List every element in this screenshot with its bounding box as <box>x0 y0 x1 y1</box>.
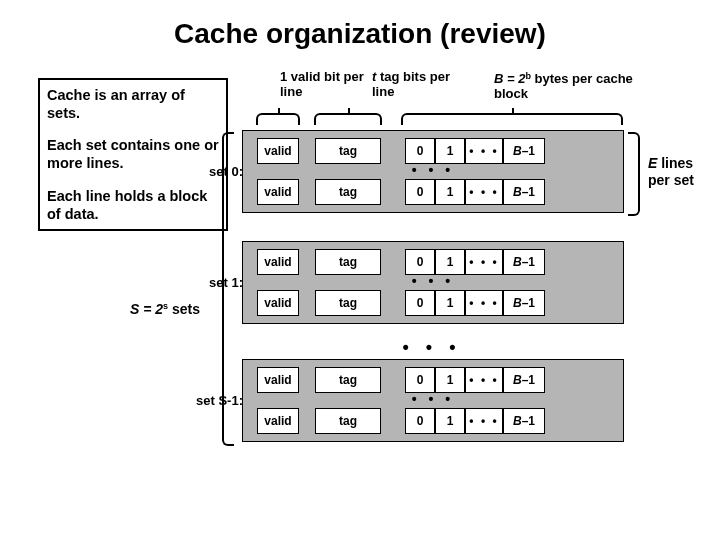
byte-ellipsis-cell: • • • <box>465 367 503 393</box>
e-lines-label: E lines per set <box>648 155 718 189</box>
byte-0-cell: 0 <box>405 290 435 316</box>
sets-area: set 0: valid tag 0 1 • • • B–1 • • • val… <box>242 130 622 470</box>
brace-block-icon <box>401 113 623 125</box>
line-ellipsis: • • • <box>243 395 623 405</box>
valid-cell: valid <box>257 290 299 316</box>
set-1-label: set 1: <box>185 276 245 289</box>
page-title: Cache organization (review) <box>0 0 720 50</box>
header-valid-bit: 1 valid bit per line <box>280 70 375 100</box>
byte-last-cell: B–1 <box>503 179 545 205</box>
byte-last-cell: B–1 <box>503 138 545 164</box>
byte-last-cell: B–1 <box>503 367 545 393</box>
s-sets-label: S = 2s sets <box>130 300 200 317</box>
line-ellipsis: • • • <box>243 166 623 176</box>
valid-cell: valid <box>257 367 299 393</box>
valid-cell: valid <box>257 179 299 205</box>
set-last-label: set S-1: <box>185 394 245 407</box>
cache-line: valid tag 0 1 • • • B–1 <box>243 408 623 434</box>
byte-0-cell: 0 <box>405 367 435 393</box>
valid-cell: valid <box>257 408 299 434</box>
byte-1-cell: 1 <box>435 290 465 316</box>
set-0: set 0: valid tag 0 1 • • • B–1 • • • val… <box>242 130 624 213</box>
brace-sets-icon <box>222 132 234 446</box>
cache-line: valid tag 0 1 • • • B–1 <box>243 290 623 316</box>
byte-1-cell: 1 <box>435 179 465 205</box>
byte-last-cell: B–1 <box>503 408 545 434</box>
cache-line: valid tag 0 1 • • • B–1 <box>243 367 623 393</box>
byte-1-cell: 1 <box>435 367 465 393</box>
byte-ellipsis-cell: • • • <box>465 249 503 275</box>
tag-cell: tag <box>315 179 381 205</box>
byte-ellipsis-cell: • • • <box>465 138 503 164</box>
byte-ellipsis-cell: • • • <box>465 290 503 316</box>
description-box: Cache is an array of sets. Each set cont… <box>38 78 228 231</box>
header-tag-bits: t tag bits per line <box>372 70 452 100</box>
tag-cell: tag <box>315 249 381 275</box>
valid-cell: valid <box>257 249 299 275</box>
byte-0-cell: 0 <box>405 249 435 275</box>
byte-0-cell: 0 <box>405 179 435 205</box>
byte-0-cell: 0 <box>405 138 435 164</box>
brace-lines-icon <box>628 132 640 216</box>
valid-cell: valid <box>257 138 299 164</box>
sets-ellipsis: • • • <box>242 338 622 356</box>
byte-ellipsis-cell: • • • <box>465 408 503 434</box>
set-1: set 1: valid tag 0 1 • • • B–1 • • • val… <box>242 241 624 324</box>
desc-line-3: Each line holds a block of data. <box>47 187 219 223</box>
brace-valid-icon <box>256 113 300 125</box>
tag-cell: tag <box>315 290 381 316</box>
byte-ellipsis-cell: • • • <box>465 179 503 205</box>
cache-line: valid tag 0 1 • • • B–1 <box>243 138 623 164</box>
tag-cell: tag <box>315 367 381 393</box>
cache-line: valid tag 0 1 • • • B–1 <box>243 249 623 275</box>
desc-line-1: Cache is an array of sets. <box>47 86 219 122</box>
tag-cell: tag <box>315 408 381 434</box>
byte-0-cell: 0 <box>405 408 435 434</box>
byte-1-cell: 1 <box>435 249 465 275</box>
byte-last-cell: B–1 <box>503 290 545 316</box>
cache-line: valid tag 0 1 • • • B–1 <box>243 179 623 205</box>
byte-last-cell: B–1 <box>503 249 545 275</box>
tag-cell: tag <box>315 138 381 164</box>
byte-1-cell: 1 <box>435 138 465 164</box>
set-last: set S-1: valid tag 0 1 • • • B–1 • • • v… <box>242 359 624 442</box>
line-ellipsis: • • • <box>243 277 623 287</box>
set-0-label: set 0: <box>185 165 245 178</box>
byte-1-cell: 1 <box>435 408 465 434</box>
header-block-bytes: B = 2b bytes per cache block <box>494 70 644 102</box>
brace-tag-icon <box>314 113 382 125</box>
